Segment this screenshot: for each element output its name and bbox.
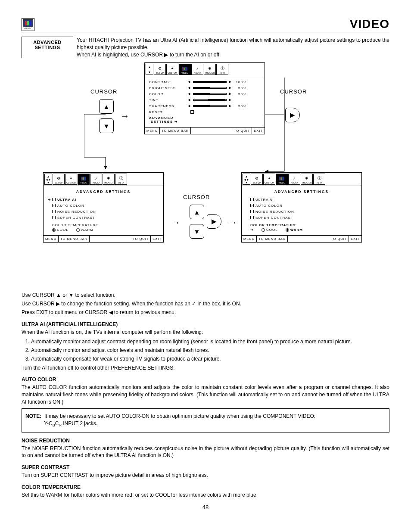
tab-video: VIDEO bbox=[179, 64, 191, 75]
menu-bar: ▲▼ ⚙SET UP ✦CUSTOM VIDEO ♪AUDIO ✺THEATER… bbox=[145, 63, 265, 76]
intro-p2b: to turn the AI on or off. bbox=[168, 52, 221, 58]
body-text: Use CURSOR ▲ or ▼ to select function. Us… bbox=[22, 292, 389, 510]
nav-arrows-icon: ▲◀ ▶▼ bbox=[44, 174, 52, 185]
cursor-up-button[interactable]: ▲ bbox=[190, 205, 204, 219]
adv-box-l1: ADVANCED bbox=[26, 40, 68, 45]
note-ycbcr: Y-C bbox=[44, 420, 53, 426]
intro-p2a: When AI is highlighted, use CURSOR bbox=[77, 52, 164, 58]
tab-audio: ♪AUDIO bbox=[90, 174, 102, 185]
osd-footer: MENU TO MENU BAR TO QUIT EXIT bbox=[44, 235, 163, 242]
intro-text: Your HITACHI Projection TV has an Ultra … bbox=[77, 37, 389, 58]
tab-info: ⓘINFO bbox=[313, 174, 325, 185]
osd-advanced-right: ▲◀ ▶▼ ⚙SET UP ✦CUSTOM VIDEO ♪AUDIO ✺THEA… bbox=[241, 172, 362, 243]
intro-p1: Your HITACHI Projection TV has an Ultra … bbox=[77, 37, 389, 50]
tv-icon bbox=[23, 19, 33, 27]
note-text-1: It may be necessary to set AUTO COLOR-ON… bbox=[44, 413, 315, 419]
ct-p: Set this to WARM for hotter colors with … bbox=[22, 492, 389, 499]
tab-audio: ♪AUDIO bbox=[191, 64, 203, 75]
tab-theater: ✺THEATER bbox=[204, 64, 216, 75]
cursor-right-button[interactable]: ▶ bbox=[285, 108, 300, 122]
arrow-icon: → bbox=[228, 218, 237, 227]
arrow-icon: → bbox=[121, 111, 129, 121]
cursor-down-button[interactable]: ▼ bbox=[99, 118, 114, 133]
cursor-label: CURSOR bbox=[183, 194, 210, 200]
adv-body-right: ADVANCED SETTINGSULTRA AI✓AUTO COLORNOIS… bbox=[242, 186, 361, 235]
osd-main-video: ▲▼ ⚙SET UP ✦CUSTOM VIDEO ♪AUDIO ✺THEATER… bbox=[144, 62, 265, 134]
intro-row: ADVANCED SETTINGS Your HITACHI Projectio… bbox=[22, 37, 389, 58]
tab-custom: ✦CUSTOM bbox=[263, 174, 275, 185]
footer-quit: TO QUIT bbox=[190, 128, 252, 134]
note-box: NOTE: It may be necessary to set AUTO CO… bbox=[22, 408, 389, 432]
arrow-icon: → bbox=[171, 218, 180, 227]
cursor-label: CURSOR bbox=[90, 88, 117, 95]
video-badge: VIDEO bbox=[22, 18, 34, 31]
adv-box-l2: SETTINGS bbox=[26, 45, 68, 50]
tab-video: VIDEO bbox=[276, 174, 288, 185]
tab-custom: ✦CUSTOM bbox=[166, 64, 178, 75]
osd-footer: MENU TO MENU BAR TO QUIT EXIT bbox=[145, 127, 265, 134]
cursor-up-button[interactable]: ▲ bbox=[99, 99, 114, 114]
osd-advanced-left: ▲◀ ▶▼ ⚙SET UP ✦CUSTOM VIDEO ♪AUDIO ✺THEA… bbox=[43, 172, 164, 243]
tab-info: ⓘINFO bbox=[115, 174, 127, 185]
sc-p: Turn on SUPER CONTRAST to improve pictur… bbox=[22, 472, 389, 479]
tab-info: ⓘINFO bbox=[216, 64, 228, 75]
cursor-right-button[interactable]: ▶ bbox=[207, 214, 221, 229]
tab-setup: ⚙SET UP bbox=[154, 64, 166, 75]
list-item: Automatically compensate for weak or str… bbox=[31, 356, 389, 362]
page-number: 48 bbox=[22, 504, 389, 510]
tab-theater: ✺THEATER bbox=[103, 174, 115, 185]
tab-theater: ✺THEATER bbox=[301, 174, 313, 185]
sc-heading: SUPER CONTRAST bbox=[22, 464, 389, 470]
menu-bar: ▲◀ ▶▼ ⚙SET UP ✦CUSTOM VIDEO ♪AUDIO ✺THEA… bbox=[242, 173, 361, 186]
auto-color-p: The AUTO COLOR function automatically mo… bbox=[22, 384, 389, 405]
tab-audio: ♪AUDIO bbox=[288, 174, 300, 185]
advanced-settings-box: ADVANCED SETTINGS bbox=[22, 37, 73, 58]
page-header: VIDEO VIDEO bbox=[22, 17, 389, 32]
auto-color-heading: AUTO COLOR bbox=[22, 376, 389, 383]
list-item: Automatically monitor and adjust color l… bbox=[31, 347, 389, 353]
ct-heading: COLOR TEMPERATURE bbox=[22, 484, 389, 490]
instr-1: Use CURSOR ▲ or ▼ to select function. bbox=[22, 292, 389, 299]
footer-menubar: TO MENU BAR bbox=[159, 128, 190, 134]
osd-footer: MENU TO MENU BAR TO QUIT EXIT bbox=[242, 235, 361, 242]
ultra-ai-list: Automatically monitor and adjust contras… bbox=[31, 339, 389, 362]
nr-p: The NOISE REDUCTION function automatical… bbox=[22, 445, 389, 460]
cursor-label: CURSOR bbox=[280, 88, 307, 95]
ultra-ai-off: Turn the AI function off to control othe… bbox=[22, 364, 389, 372]
tab-setup: ⚙SET UP bbox=[251, 174, 263, 185]
footer-exit: EXIT bbox=[252, 128, 265, 134]
adv-body-left: ADVANCED SETTINGS➔ULTRA AI✓AUTO COLORNOI… bbox=[44, 186, 163, 235]
ultra-ai-heading: ULTRA AI (ARTIFICIAL INTELLIGENCE) bbox=[22, 321, 389, 327]
badge-label: VIDEO bbox=[23, 27, 33, 30]
list-item: Automatically monitor and adjust contras… bbox=[31, 339, 389, 345]
menu-bar: ▲◀ ▶▼ ⚙SET UP ✦CUSTOM VIDEO ♪AUDIO ✺THEA… bbox=[44, 173, 163, 186]
nav-arrows-icon: ▲◀ ▶▼ bbox=[243, 174, 250, 185]
instr-3: Press EXIT to quit menu or CURSOR ◀ to r… bbox=[22, 309, 389, 316]
page-title: VIDEO bbox=[350, 17, 389, 31]
diagram: ▲▼ ⚙SET UP ✦CUSTOM VIDEO ♪AUDIO ✺THEATER… bbox=[22, 62, 389, 286]
ultra-ai-intro: When the AI function is on, the TVs inte… bbox=[22, 329, 389, 336]
cursor-down-button[interactable]: ▼ bbox=[190, 224, 204, 239]
tab-setup: ⚙SET UP bbox=[53, 174, 65, 185]
note-label: NOTE: bbox=[25, 413, 41, 419]
osd-body: CONTRAST◀ ▶100%BRIGHTNESS◀ ▶50%COLOR◀ ▶5… bbox=[145, 76, 265, 127]
nr-heading: NOISE REDUCTION bbox=[22, 438, 389, 444]
instr-2: Use CURSOR ▶ to change the function sett… bbox=[22, 300, 389, 308]
nav-arrows-icon: ▲▼ bbox=[146, 64, 153, 75]
footer-menu: MENU bbox=[145, 128, 159, 134]
tab-video: VIDEO bbox=[78, 174, 90, 185]
tab-custom: ✦CUSTOM bbox=[65, 174, 77, 185]
